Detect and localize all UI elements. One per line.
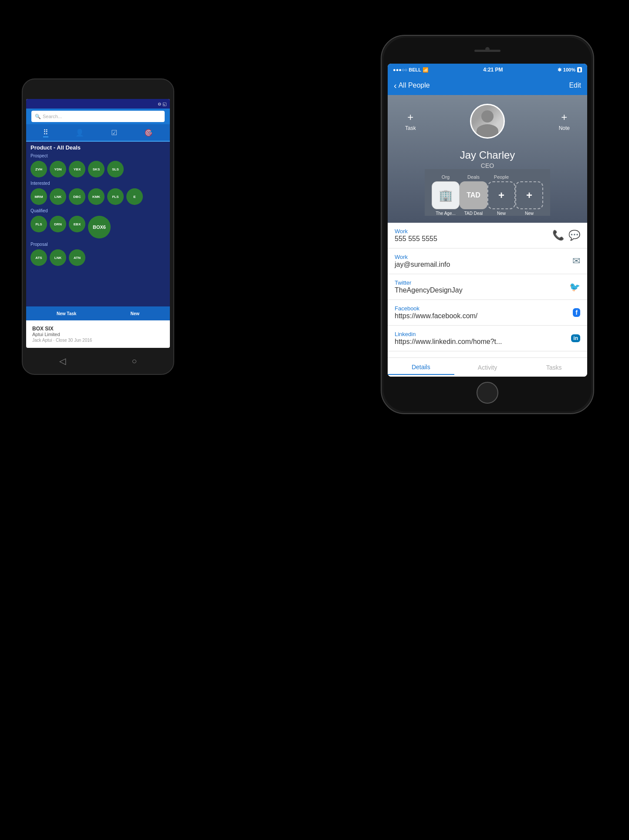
- tab-details[interactable]: Details: [388, 360, 454, 375]
- bubble-atn[interactable]: ATN: [69, 249, 85, 266]
- edit-button[interactable]: Edit: [569, 82, 581, 89]
- filter-tab-person[interactable]: 👤: [75, 129, 84, 137]
- plus-task-icon: +: [407, 111, 413, 123]
- bubble-drn[interactable]: DRN: [50, 216, 66, 232]
- bubble-fls1[interactable]: FLS: [107, 188, 124, 205]
- bubble-sls[interactable]: SLS: [107, 161, 124, 177]
- bubble-box6[interactable]: BOX6: [88, 216, 111, 238]
- tad-text: TAD: [467, 191, 480, 199]
- bubble-mrm[interactable]: MRM: [30, 188, 47, 205]
- bubble-lnk2[interactable]: LNK: [50, 249, 66, 266]
- profile-job-title: CEO: [481, 162, 494, 169]
- phone-call-icon[interactable]: 📞: [552, 230, 564, 241]
- filter-tab-funnel[interactable]: ⠿: [43, 128, 48, 137]
- stage-label-prospect: Prospect: [26, 152, 170, 159]
- bubble-ats[interactable]: ATS: [30, 249, 47, 266]
- note-action[interactable]: + Note: [559, 111, 570, 131]
- bubble-e[interactable]: E: [126, 188, 143, 205]
- twitter-icon[interactable]: 🐦: [569, 282, 580, 292]
- deal-card-meta: Jack Aptui · Close 30 Jun 2016: [32, 338, 164, 343]
- ios-status-bar: ●●●○○ BELL 📶 4:21 PM ✱ 100% ▮: [388, 64, 587, 76]
- back-chevron-icon: ‹: [394, 81, 397, 91]
- bluetooth-icon: ✱: [558, 67, 561, 73]
- twitter-contact-info: Twitter TheAgencyDesignJay: [395, 279, 569, 294]
- bubble-kmk[interactable]: KMK: [88, 188, 105, 205]
- stage-label-interested: Interested: [26, 179, 170, 187]
- org-card[interactable]: 🏢: [432, 181, 460, 209]
- carrier-text: ●●●○○ BELL: [393, 67, 421, 72]
- plus-note-icon: +: [561, 111, 567, 123]
- back-button[interactable]: ‹ All People: [394, 81, 430, 91]
- filter-tab-target[interactable]: 🎯: [144, 129, 153, 137]
- phone-contact-info: Work 555 555 5555: [395, 228, 552, 243]
- android-section-title: Product - All Deals: [26, 142, 170, 152]
- bubble-fls2[interactable]: FLS: [30, 216, 47, 232]
- new2-card[interactable]: +: [515, 181, 543, 209]
- org-label: Org: [442, 174, 450, 180]
- tab-activity[interactable]: Activity: [454, 360, 521, 374]
- android-nav-bar: ◁ ○: [26, 352, 170, 370]
- task-action[interactable]: + Task: [405, 111, 416, 131]
- interested-bubbles: MRM LNK DBC KMK FLS E: [26, 187, 170, 207]
- linkedin-value: https://www.linkedin.com/home?t...: [395, 338, 571, 346]
- android-search-box[interactable]: 🔍 Search...: [31, 111, 165, 122]
- new2-label: New: [525, 211, 534, 216]
- contact-row-facebook: Facebook https://www.facebook.com/ f: [388, 300, 587, 326]
- new-button[interactable]: New: [130, 311, 139, 316]
- stage-label-qualified: Qualified: [26, 207, 170, 214]
- email-icon[interactable]: ✉: [572, 255, 580, 267]
- linkedin-icon[interactable]: in: [571, 334, 580, 342]
- new1-label: New: [497, 211, 506, 216]
- filter-tab-check[interactable]: ☑: [111, 129, 117, 137]
- bubble-sks[interactable]: SKS: [88, 161, 105, 177]
- iphone-home-button[interactable]: [477, 382, 498, 404]
- bubble-dbc[interactable]: DBC: [69, 188, 85, 205]
- iphone-inner: ●●●○○ BELL 📶 4:21 PM ✱ 100% ▮ ‹ All Peop…: [383, 37, 592, 411]
- contact-row-linkedin: Linkedin https://www.linkedin.com/home?t…: [388, 326, 587, 351]
- task-label: Task: [405, 125, 416, 131]
- twitter-contact-icons: 🐦: [569, 282, 580, 292]
- people-label: People: [494, 174, 509, 180]
- linked-new2[interactable]: People + New: [515, 174, 543, 216]
- twitter-value: TheAgencyDesignJay: [395, 286, 569, 294]
- android-back-button[interactable]: ◁: [59, 356, 66, 366]
- ios-nav-bar: ‹ All People Edit: [388, 76, 587, 95]
- android-home-button[interactable]: ○: [132, 356, 137, 366]
- status-left: ●●●○○ BELL 📶: [393, 67, 429, 73]
- linked-org[interactable]: Org 🏢 The Age...: [432, 174, 460, 216]
- linkedin-type: Linkedin: [395, 331, 571, 337]
- linked-new1[interactable]: People + New: [487, 174, 515, 216]
- deal-card-title: BOX SIX: [32, 326, 164, 332]
- new-task-button[interactable]: New Task: [57, 311, 76, 316]
- facebook-contact-icons: f: [573, 308, 580, 317]
- profile-actions-row: + Task + Note: [388, 104, 587, 139]
- linked-deal[interactable]: Deals TAD TAD Deal: [460, 174, 487, 216]
- bubble-ebx[interactable]: EBX: [69, 216, 85, 232]
- android-deals-content: Product - All Deals Prospect ZVH YDN YBX…: [26, 142, 170, 306]
- speaker: [474, 50, 500, 52]
- phone-contact-icons: 📞 💬: [552, 230, 580, 241]
- bubble-ydn[interactable]: YDN: [50, 161, 66, 177]
- email-contact-info: Work jay@suremail.info: [395, 254, 572, 269]
- facebook-icon[interactable]: f: [573, 308, 580, 317]
- linkedin-contact-info: Linkedin https://www.linkedin.com/home?t…: [395, 331, 571, 346]
- stage-label-proposal: Proposal: [26, 240, 170, 248]
- back-label: All People: [399, 82, 430, 89]
- chat-icon[interactable]: 💬: [568, 230, 580, 241]
- bottom-tabs: Details Activity Tasks: [388, 357, 587, 377]
- bubble-ybx[interactable]: YBX: [69, 161, 85, 177]
- new1-card[interactable]: +: [487, 181, 515, 209]
- phone-value: 555 555 5555: [395, 235, 552, 243]
- wifi-icon: 📶: [423, 67, 429, 73]
- facebook-type: Facebook: [395, 305, 573, 312]
- battery-icon: ▮: [577, 67, 582, 72]
- org-name: The Age...: [436, 211, 456, 216]
- android-phone: ⊖ ◱ 🔍 Search... ⠿ 👤 ☑ 🎯 Product - All De…: [22, 78, 174, 375]
- tab-tasks[interactable]: Tasks: [521, 360, 587, 374]
- bubble-lnk[interactable]: LNK: [50, 188, 66, 205]
- building-icon: 🏢: [439, 189, 453, 202]
- deals-label: Deals: [467, 174, 480, 180]
- android-deal-card[interactable]: BOX SIX Aptui Limited Jack Aptui · Close…: [29, 322, 167, 346]
- bubble-zvh[interactable]: ZVH: [30, 161, 47, 177]
- tad-deal-card[interactable]: TAD: [460, 181, 487, 209]
